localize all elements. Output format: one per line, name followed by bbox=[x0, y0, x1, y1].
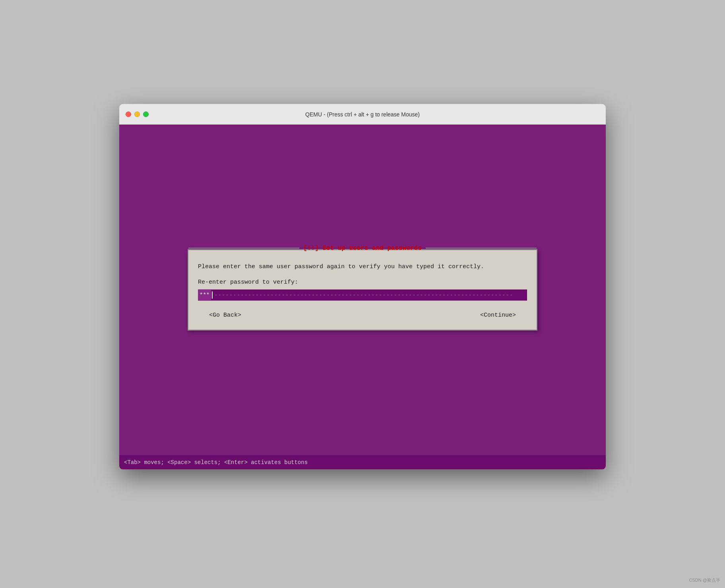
dialog-title-bar: [!!] Set up users and passwords bbox=[188, 245, 537, 252]
qemu-main-area: [!!] Set up users and passwords Please e… bbox=[119, 125, 606, 455]
window-controls bbox=[126, 111, 149, 117]
password-prefix: *** bbox=[198, 290, 211, 301]
window-title: QEMU - (Press ctrl + alt + g to release … bbox=[305, 111, 420, 117]
status-text: <Tab> moves; <Space> selects; <Enter> ac… bbox=[124, 459, 308, 466]
title-line-right bbox=[426, 248, 537, 249]
dialog-buttons: <Go Back> <Continue> bbox=[198, 310, 527, 320]
titlebar: QEMU - (Press ctrl + alt + g to release … bbox=[119, 104, 606, 125]
dialog-box: [!!] Set up users and passwords Please e… bbox=[188, 250, 537, 331]
password-dashes: ----------------------------------------… bbox=[213, 292, 527, 298]
maximize-button[interactable] bbox=[143, 111, 149, 117]
title-line-left bbox=[188, 248, 299, 249]
password-input-container[interactable]: *** ------------------------------------… bbox=[198, 290, 527, 301]
mac-window: QEMU - (Press ctrl + alt + g to release … bbox=[119, 104, 606, 470]
statusbar: <Tab> moves; <Space> selects; <Enter> ac… bbox=[119, 455, 606, 470]
dialog-description: Please enter the same user password agai… bbox=[198, 262, 527, 272]
continue-button[interactable]: <Continue> bbox=[477, 310, 519, 320]
password-label: Re-enter password to verify: bbox=[198, 279, 527, 286]
go-back-button[interactable]: <Go Back> bbox=[206, 310, 244, 320]
watermark: CSDN @捡点半 bbox=[689, 577, 720, 583]
minimize-button[interactable] bbox=[134, 111, 140, 117]
qemu-screen: [!!] Set up users and passwords Please e… bbox=[119, 125, 606, 470]
dialog-content: Please enter the same user password agai… bbox=[188, 250, 537, 330]
dialog-title: [!!] Set up users and passwords bbox=[299, 245, 426, 252]
close-button[interactable] bbox=[126, 111, 131, 117]
